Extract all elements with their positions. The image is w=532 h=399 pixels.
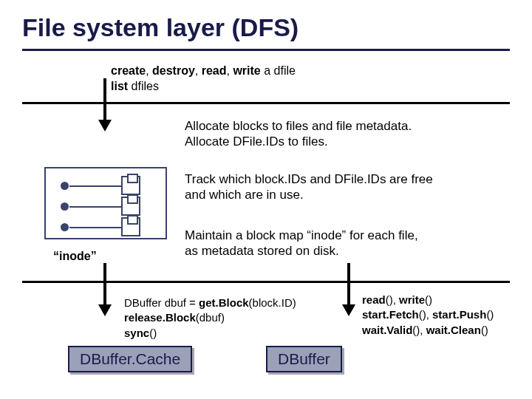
body-p1-l2: Allocate DFile.IDs to files. <box>185 134 502 149</box>
api-waitclean: wait.Clean <box>426 324 481 336</box>
body-p3-l1: Maintain a block map “inode” for each fi… <box>185 228 502 243</box>
sep: , <box>146 64 152 77</box>
ops-line1-suffix: a dfile <box>261 64 296 77</box>
op-create: create <box>111 64 146 77</box>
inode-dot <box>61 223 69 231</box>
arrow-bottom-right-stem <box>347 263 350 304</box>
arrow-bottom-left-head <box>98 304 112 316</box>
body-p1-l1: Allocate blocks to files and file metada… <box>185 118 502 134</box>
op-destroy: destroy <box>152 64 195 77</box>
title-underline <box>22 49 510 51</box>
sep: , <box>195 64 202 77</box>
api-right-l1: read(), write() <box>362 293 494 307</box>
arrow-bottom-left-stem <box>103 263 106 304</box>
arrow-top-stem <box>103 78 106 120</box>
op-list: list <box>111 80 128 92</box>
api-startfetch: start.Fetch <box>362 308 419 321</box>
divider-bottom <box>22 281 510 283</box>
body-paragraph-1: Allocate blocks to files and file metada… <box>185 118 502 150</box>
inode-dot <box>61 182 69 190</box>
api-right-l2: start.Fetch(), start.Push() <box>362 307 494 322</box>
body-paragraph-3: Maintain a block map “inode” for each fi… <box>185 228 502 259</box>
api-left-block: DBuffer dbuf = get.Block(block.ID) relea… <box>124 296 296 341</box>
api-left-l1: DBuffer dbuf = get.Block(block.ID) <box>124 296 296 310</box>
body-p2-l1: Track which block.IDs and DFile.IDs are … <box>185 171 502 187</box>
inode-block-inner-icon <box>127 174 138 183</box>
op-write: write <box>233 64 260 77</box>
arrow-bottom-right-head <box>342 304 355 316</box>
api-waitvalid: wait.Valid <box>362 324 412 336</box>
inode-block-inner-icon <box>127 215 138 225</box>
slide-title: File system layer (DFS) <box>22 13 299 42</box>
api-l2-post: (dbuf) <box>196 311 225 324</box>
api-right-l3: wait.Valid(), wait.Clean() <box>362 323 494 338</box>
arrow-top-head <box>98 120 112 132</box>
ops-line-2: list dfiles <box>111 79 296 95</box>
api-read: read <box>362 293 386 306</box>
api-getblock: get.Block <box>199 296 249 309</box>
ops-line-1: create, destroy, read, write a dfile <box>111 64 296 79</box>
inode-block-inner-icon <box>127 194 138 204</box>
api-l1-pre: DBuffer dbuf = <box>124 296 199 309</box>
body-p3-l2: as metadata stored on disk. <box>185 243 502 259</box>
dbuffer-cache-badge: DBuffer.Cache <box>68 346 192 372</box>
op-read: read <box>202 64 227 77</box>
dbuffer-badge: DBuffer <box>266 346 342 372</box>
api-left-l3: sync() <box>124 326 296 341</box>
inode-dot <box>61 202 69 211</box>
inode-label: “inode” <box>53 250 97 263</box>
api-write: write <box>399 293 425 306</box>
inode-link <box>69 206 121 208</box>
api-left-l2: release.Block(dbuf) <box>124 310 296 325</box>
api-l3-post: () <box>149 327 157 339</box>
inode-link <box>69 227 121 228</box>
operations-list: create, destroy, read, write a dfile lis… <box>111 64 296 95</box>
api-right-block: read(), write() start.Fetch(), start.Pus… <box>362 293 494 338</box>
api-sync: sync <box>124 327 149 339</box>
api-releaseblock: release.Block <box>124 311 196 324</box>
body-p2-l2: and which are in use. <box>185 187 502 202</box>
api-l1-post: (block.ID) <box>249 296 296 309</box>
ops-line2-suffix: dfiles <box>128 80 159 92</box>
body-paragraph-2: Track which block.IDs and DFile.IDs are … <box>185 171 502 203</box>
api-startpush: start.Push <box>432 308 486 321</box>
inode-link <box>69 185 121 187</box>
divider-top <box>22 102 510 104</box>
